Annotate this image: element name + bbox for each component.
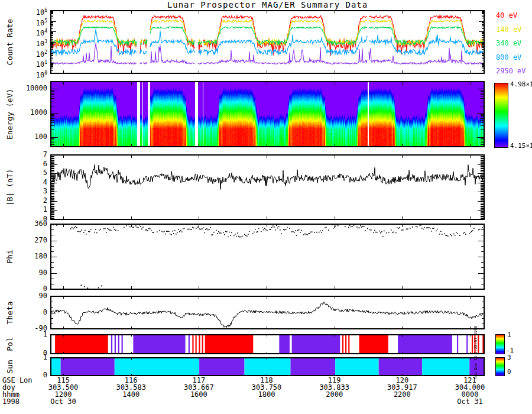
- bfield-ytick-label: 4: [0, 179, 47, 186]
- sun-colorbar-max-label: 3: [507, 354, 511, 361]
- bfield-ytick-label: 5: [0, 169, 47, 177]
- x-axis-tick-column: 120303.9172200: [387, 377, 417, 405]
- x-axis-row-caption: 1998: [2, 398, 33, 405]
- x-axis-tick-column: 118303.7501800: [252, 377, 282, 405]
- bfield-ytick-label: 7: [0, 151, 47, 159]
- spectrogram-colorbar: [494, 83, 508, 148]
- spectrogram-ytick-label: 100: [0, 133, 47, 141]
- legend-item-140eV: 140 eV: [496, 25, 521, 34]
- x-axis-tick-value: [116, 398, 146, 405]
- legend-item-340eV: 340 eV: [496, 39, 521, 47]
- pol-colorbar-max-label: 1: [507, 331, 511, 338]
- bfield-ytick-label: 2: [0, 197, 47, 205]
- count_rate-ytick-label: 105: [0, 17, 47, 27]
- x-axis-tick-value: [252, 398, 282, 405]
- count_rate-ytick-label: 103: [0, 38, 47, 48]
- count_rate-ytick-label: 101: [0, 59, 47, 69]
- pol-strip-panel: [50, 334, 485, 354]
- bfield-ytick-label: 6: [0, 160, 47, 168]
- count_rate-ytick-label: 104: [0, 27, 47, 37]
- x-axis-tick-value: Oct 31: [455, 398, 485, 405]
- x-axis-tick-value: [184, 398, 214, 405]
- x-axis-tick-column: 119303.8332000: [319, 377, 349, 405]
- energy-spectrogram-panel: [50, 81, 485, 147]
- count_rate-ytick-label: 100: [0, 69, 47, 79]
- phi-panel: [50, 224, 485, 290]
- x-axis-tick-column: 115303.5001200Oct 30: [48, 377, 79, 405]
- x-axis-tick-column: 121304.0000000Oct 31: [455, 377, 485, 405]
- pol-ytick-label: 1: [0, 331, 47, 338]
- bfield-ytick-label: 3: [0, 187, 47, 195]
- legend-item-40eV: 40 eV: [496, 11, 517, 20]
- spectrogram-ytick-label: 10000: [0, 85, 47, 92]
- colorbar-min-label: 4.15×100: [510, 141, 532, 150]
- sun-ytick-label: 1: [0, 354, 47, 361]
- theta-ytick-label: 0: [0, 309, 47, 316]
- pol-colorbar: [495, 334, 505, 354]
- x-axis-tick-value: [387, 398, 417, 405]
- phi-ytick-label: 180: [0, 253, 47, 260]
- x-axis-tick-column: 116303.5831400: [116, 377, 146, 405]
- count_rate-ytick-label: 102: [0, 48, 47, 59]
- sun-colorbar: [495, 357, 505, 376]
- spectrogram-ytick-label: 1000: [0, 109, 47, 117]
- page-title: Lunar Prospector MAG/ER Summary Data: [50, 0, 485, 9]
- summary-plot-figure: Lunar Prospector MAG/ER Summary Data Cou…: [0, 0, 532, 414]
- count-rate-panel: [50, 10, 485, 74]
- bfield-panel: [50, 154, 485, 220]
- x-axis-row-captions: GSE Londoyhhmm1998: [2, 377, 33, 405]
- x-axis-tick-value: [319, 398, 349, 405]
- theta-ytick-label: 90: [0, 292, 47, 300]
- colorbar-max-label: 4.98×105: [510, 79, 532, 88]
- legend-item-800eV: 800 eV: [496, 53, 521, 62]
- sun-colorbar-min-label: 0: [507, 368, 511, 376]
- x-axis-tick-value: Oct 30: [48, 398, 79, 405]
- creation-timestamp: Tue Dec 16 1:28:57 1998: [473, 326, 478, 379]
- phi-ytick-label: 90: [0, 269, 47, 277]
- phi-ytick-label: 360: [0, 220, 47, 228]
- count_rate-ytick-label: 106: [0, 7, 47, 17]
- x-axis-tick-column: 117303.6671600: [184, 377, 214, 405]
- bfield-ytick-label: 1: [0, 206, 47, 214]
- theta-panel: [50, 296, 485, 329]
- sun-strip-panel: [50, 357, 485, 376]
- legend-item-2950eV: 2950 eV: [496, 67, 526, 75]
- phi-ytick-label: 270: [0, 237, 47, 244]
